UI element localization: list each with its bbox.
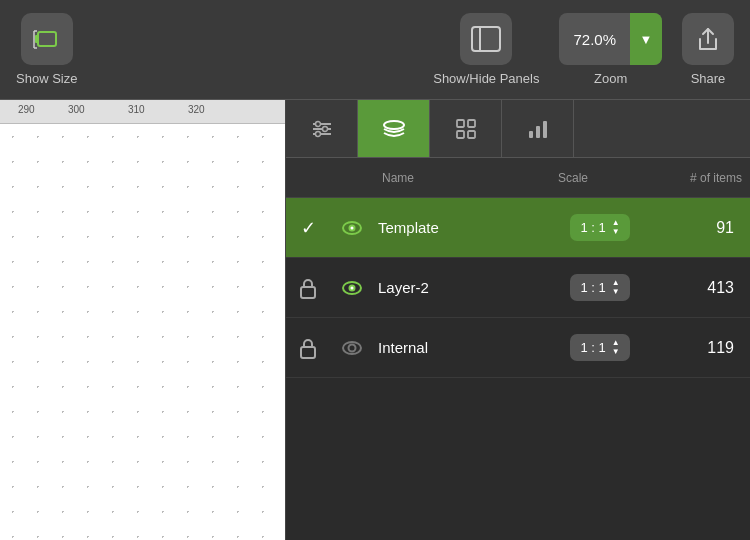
svg-rect-20: [543, 121, 547, 138]
ruler-mark-320: 320: [188, 104, 205, 115]
ruler-horizontal: 290 300 310 320: [0, 100, 285, 124]
row-count-template: 91: [650, 219, 750, 237]
row-count-layer2: 413: [650, 279, 750, 297]
toolbar: Show Size Show/Hide Panels 72.0% ▼ Zoom: [0, 0, 750, 100]
svg-rect-1: [35, 35, 39, 43]
zoom-label: Zoom: [594, 71, 627, 86]
row-name-internal: Internal: [374, 339, 550, 356]
ruler-mark-300: 300: [68, 104, 85, 115]
ruler-mark-310: 310: [128, 104, 145, 115]
scale-stepper-template[interactable]: ▲ ▼: [612, 219, 620, 236]
svg-point-10: [315, 121, 320, 126]
svg-point-12: [315, 131, 320, 136]
row-count-internal: 119: [650, 339, 750, 357]
canvas-area: 290 300 310 320: [0, 100, 285, 540]
row-lock-internal[interactable]: [286, 337, 330, 359]
row-eye-internal[interactable]: [330, 335, 374, 361]
svg-point-11: [322, 126, 327, 131]
share-label: Share: [691, 71, 726, 86]
tab-settings[interactable]: [286, 100, 358, 157]
zoom-control-group: 72.0% ▼ Zoom: [559, 13, 662, 86]
right-panel: Name Scale # of items ✓ Template: [285, 100, 750, 540]
svg-rect-17: [468, 131, 475, 138]
scale-value-internal: 1 : 1: [580, 340, 605, 355]
svg-point-30: [349, 344, 356, 351]
zoom-control[interactable]: 72.0% ▼: [559, 13, 662, 65]
row-eye-template[interactable]: [330, 215, 374, 241]
svg-rect-28: [301, 347, 315, 358]
show-size-icon: [21, 13, 73, 65]
show-hide-panels-icon: [460, 13, 512, 65]
svg-point-13: [384, 121, 404, 129]
scale-stepper-internal[interactable]: ▲ ▼: [612, 339, 620, 356]
show-size-label: Show Size: [16, 71, 77, 86]
main-area: 290 300 310 320: [0, 100, 750, 540]
header-name: Name: [374, 171, 550, 185]
zoom-value: 72.0%: [559, 31, 630, 48]
share-icon: [682, 13, 734, 65]
tab-chart[interactable]: [502, 100, 574, 157]
svg-rect-5: [472, 27, 500, 51]
row-name-template: Template: [374, 219, 550, 236]
svg-rect-14: [457, 120, 464, 127]
table-row[interactable]: Internal 1 : 1 ▲ ▼ 119: [286, 318, 750, 378]
scale-stepper-layer2[interactable]: ▲ ▼: [612, 279, 620, 296]
svg-rect-15: [468, 120, 475, 127]
svg-point-23: [351, 226, 354, 229]
svg-point-27: [351, 286, 354, 289]
table-row[interactable]: Layer-2 1 : 1 ▲ ▼ 413: [286, 258, 750, 318]
row-name-layer2: Layer-2: [374, 279, 550, 296]
row-check-template[interactable]: ✓: [286, 217, 330, 239]
show-size-button[interactable]: Show Size: [16, 13, 77, 86]
svg-rect-24: [301, 287, 315, 298]
svg-rect-16: [457, 131, 464, 138]
row-scale-template[interactable]: 1 : 1 ▲ ▼: [550, 214, 650, 241]
canvas-grid[interactable]: [0, 124, 285, 540]
table-header: Name Scale # of items: [286, 158, 750, 198]
share-button[interactable]: Share: [682, 13, 734, 86]
row-lock-layer2[interactable]: [286, 277, 330, 299]
zoom-dropdown-button[interactable]: ▼: [630, 13, 662, 65]
row-scale-layer2[interactable]: 1 : 1 ▲ ▼: [550, 274, 650, 301]
svg-rect-19: [536, 126, 540, 138]
scale-value-layer2: 1 : 1: [580, 280, 605, 295]
header-scale: Scale: [550, 171, 650, 185]
scale-value-template: 1 : 1: [580, 220, 605, 235]
header-count: # of items: [650, 171, 750, 185]
show-hide-panels-button[interactable]: Show/Hide Panels: [433, 13, 539, 86]
show-hide-panels-label: Show/Hide Panels: [433, 71, 539, 86]
row-scale-internal[interactable]: 1 : 1 ▲ ▼: [550, 334, 650, 361]
ruler-mark-290: 290: [18, 104, 35, 115]
table-row[interactable]: ✓ Template 1 : 1 ▲ ▼: [286, 198, 750, 258]
table-body: ✓ Template 1 : 1 ▲ ▼: [286, 198, 750, 540]
tab-bar: [286, 100, 750, 158]
row-eye-layer2[interactable]: [330, 275, 374, 301]
svg-rect-0: [38, 32, 56, 46]
svg-rect-18: [529, 131, 533, 138]
tab-layers[interactable]: [358, 100, 430, 157]
tab-grid[interactable]: [430, 100, 502, 157]
